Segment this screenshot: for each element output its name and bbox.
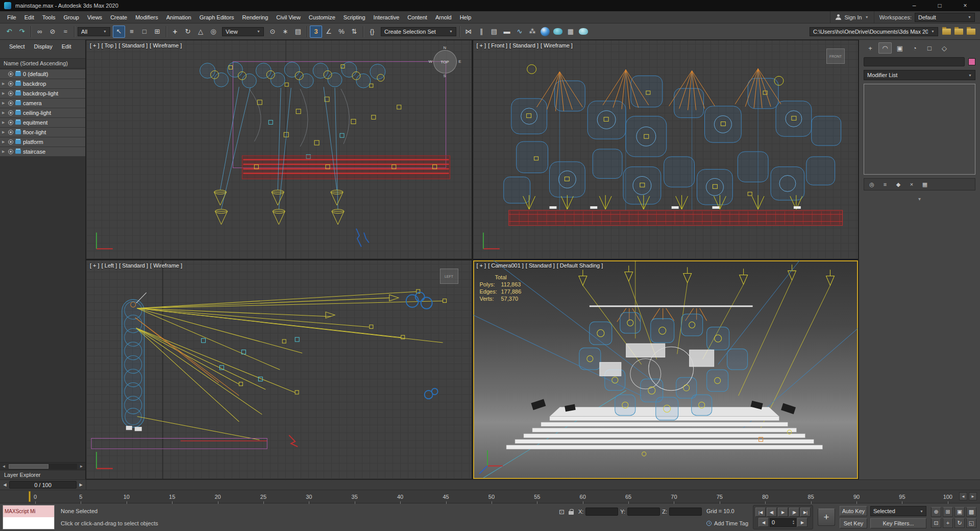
render-setup-icon[interactable] xyxy=(553,28,562,35)
expand-caret-icon[interactable]: ▶ xyxy=(2,130,6,134)
expand-caret-icon[interactable]: ▶ xyxy=(2,120,6,125)
previous-frame-button[interactable]: ◀| xyxy=(767,508,777,517)
show-end-result-icon[interactable]: ≡ xyxy=(879,180,891,189)
go-to-start-button[interactable]: |◀ xyxy=(755,508,766,517)
auto-key-button[interactable]: Auto Key xyxy=(840,506,867,516)
zoom-extents-icon[interactable]: ▣ xyxy=(954,507,965,517)
previous-frame-arrow-icon[interactable]: ◀ xyxy=(2,482,8,487)
visibility-eye-icon[interactable] xyxy=(8,120,13,125)
viewport-label-part[interactable]: [ Standard ] xyxy=(118,42,148,49)
next-frame-arrow-icon[interactable]: ▶ xyxy=(78,482,84,487)
previous-key-button[interactable]: ◀ xyxy=(758,518,769,527)
select-and-scale-icon[interactable]: △ xyxy=(194,26,207,38)
viewport-label-part[interactable]: [ Left ] xyxy=(102,262,117,269)
track-scroll-left-icon[interactable]: ◄ xyxy=(959,492,967,500)
percent-snap-icon[interactable]: % xyxy=(335,26,348,38)
menu-tools[interactable]: Tools xyxy=(38,12,60,22)
select-and-rotate-icon[interactable]: ↻ xyxy=(182,26,194,38)
display-tab-icon[interactable]: □ xyxy=(923,42,936,54)
close-button[interactable]: × xyxy=(954,0,976,11)
visibility-eye-icon[interactable] xyxy=(8,91,13,96)
minimize-button[interactable]: – xyxy=(903,0,925,11)
key-filters-button[interactable]: Key Filters... xyxy=(870,518,926,528)
curve-editor-icon[interactable]: ∿ xyxy=(513,26,526,38)
open-folder-icon[interactable] xyxy=(954,29,963,35)
menu-group[interactable]: Group xyxy=(59,12,83,22)
viewcube-south[interactable]: S xyxy=(444,74,446,78)
menu-animation[interactable]: Animation xyxy=(162,12,195,22)
layer-row-backdrop[interactable]: ▶ backdrop xyxy=(0,79,85,88)
menu-arnold[interactable]: Arnold xyxy=(431,12,456,22)
orbit-icon[interactable]: ↻ xyxy=(954,518,965,528)
window-crossing-icon[interactable]: ⊞ xyxy=(151,26,163,38)
menu-views[interactable]: Views xyxy=(83,12,106,22)
viewcube-mini[interactable]: FRONT xyxy=(826,49,845,64)
toggle-ribbon-icon[interactable]: ▬ xyxy=(501,26,513,38)
scroll-left-icon[interactable]: ◄ xyxy=(0,464,8,469)
edit-named-selection-sets-icon[interactable]: {} xyxy=(366,26,378,38)
viewport-label-part[interactable]: [ + ] xyxy=(477,42,486,49)
rectangular-selection-icon[interactable]: □ xyxy=(138,26,151,38)
viewcube-west[interactable]: W xyxy=(429,59,433,64)
modify-tab-icon[interactable]: ◠ xyxy=(878,42,892,54)
menu-civil-view[interactable]: Civil View xyxy=(272,12,304,22)
align-icon[interactable]: ∥ xyxy=(475,26,487,38)
viewport-label-part[interactable]: [ Top ] xyxy=(102,42,117,49)
expand-caret-icon[interactable]: ▶ xyxy=(2,111,6,115)
viewport-camera001[interactable]: [ + ][ Camera001 ][ Standard ][ Default … xyxy=(473,260,859,479)
menu-modifiers[interactable]: Modifiers xyxy=(131,12,162,22)
layer-row-camera[interactable]: ▶ camera xyxy=(0,99,85,108)
expand-caret-icon[interactable]: ▶ xyxy=(2,91,6,95)
configure-modifier-sets-icon[interactable]: ▦ xyxy=(919,180,930,189)
viewport-label-part[interactable]: [ Default Shading ] xyxy=(557,262,603,269)
scroll-right-icon[interactable]: ► xyxy=(78,464,85,469)
maximize-button[interactable]: □ xyxy=(929,0,950,11)
folder-home-icon[interactable] xyxy=(967,29,975,35)
select-by-name-icon[interactable]: ≡ xyxy=(126,26,138,38)
spinner-snap-icon[interactable]: ⇅ xyxy=(348,26,360,38)
bind-to-space-warp-icon[interactable]: ≈ xyxy=(59,26,71,38)
use-pivot-point-icon[interactable]: ⊙ xyxy=(266,26,279,38)
viewcube[interactable]: TOP N S W E xyxy=(430,46,460,77)
visibility-eye-icon[interactable] xyxy=(8,101,13,106)
expand-caret-icon[interactable]: ▶ xyxy=(2,101,6,105)
viewport-label-part[interactable]: [ Wireframe ] xyxy=(150,42,182,49)
zoom-extents-all-icon[interactable]: ▩ xyxy=(966,507,976,517)
menu-create[interactable]: Create xyxy=(106,12,131,22)
layer-row-equitment[interactable]: ▶ equitment xyxy=(0,118,85,127)
menu-graph-editors[interactable]: Graph Editors xyxy=(195,12,238,22)
workspace-dropdown[interactable]: Default ▼ xyxy=(915,13,975,22)
play-animation-button[interactable]: ▶ xyxy=(778,508,788,517)
viewport-label-part[interactable]: [ Front ] xyxy=(488,42,507,49)
viewport-left[interactable]: [ + ][ Left ][ Standard ][ Wireframe ] xyxy=(86,260,472,479)
layer-row-platform[interactable]: ▶ platform xyxy=(0,137,85,147)
key-mode-dropdown[interactable]: Selected ▼ xyxy=(870,506,926,516)
layer-explorer-title[interactable]: Layer Explorer xyxy=(0,470,85,479)
sign-in-button[interactable]: Sign In ▼ xyxy=(830,11,874,23)
selection-lock-icon[interactable] xyxy=(569,511,574,515)
scrollbar-track[interactable] xyxy=(8,464,77,469)
visibility-eye-icon[interactable] xyxy=(8,110,13,115)
viewcube-face-label[interactable]: TOP xyxy=(433,50,457,74)
reference-coordinate-dropdown[interactable]: View ▼ xyxy=(222,27,264,36)
pin-stack-icon[interactable]: ◎ xyxy=(866,180,877,189)
create-selection-set-dropdown[interactable]: Create Selection Set ▼ xyxy=(381,27,456,36)
layer-row-backdrop-light[interactable]: ▶ backdrop-light xyxy=(0,89,85,98)
redo-icon[interactable]: ↷ xyxy=(16,26,28,38)
viewport-label-part[interactable]: [ Wireframe ] xyxy=(541,42,573,49)
zoom-all-icon[interactable]: ⊞ xyxy=(943,507,953,517)
viewport-label-part[interactable]: [ Standard ] xyxy=(526,262,555,269)
menu-edit[interactable]: Edit xyxy=(20,12,38,22)
viewport-label-part[interactable]: [ + ] xyxy=(90,262,100,269)
select-and-move-icon[interactable]: + xyxy=(169,26,181,38)
next-frame-button[interactable]: |▶ xyxy=(789,508,799,517)
rendered-frame-window-icon[interactable]: ▦ xyxy=(565,26,577,38)
maximize-viewport-toggle-icon[interactable]: ◱ xyxy=(966,518,976,528)
time-slider-handle[interactable]: 0 / 100 xyxy=(9,481,77,489)
viewcube-north[interactable]: N xyxy=(444,45,447,50)
viewport-label-part[interactable]: [ Standard ] xyxy=(119,262,148,269)
track-bar[interactable]: 0510152025303540455055606570758085909510… xyxy=(0,490,980,503)
object-color-swatch[interactable] xyxy=(968,58,975,65)
mirror-icon[interactable]: ⋈ xyxy=(462,26,475,38)
angle-snap-icon[interactable]: ∠ xyxy=(323,26,335,38)
